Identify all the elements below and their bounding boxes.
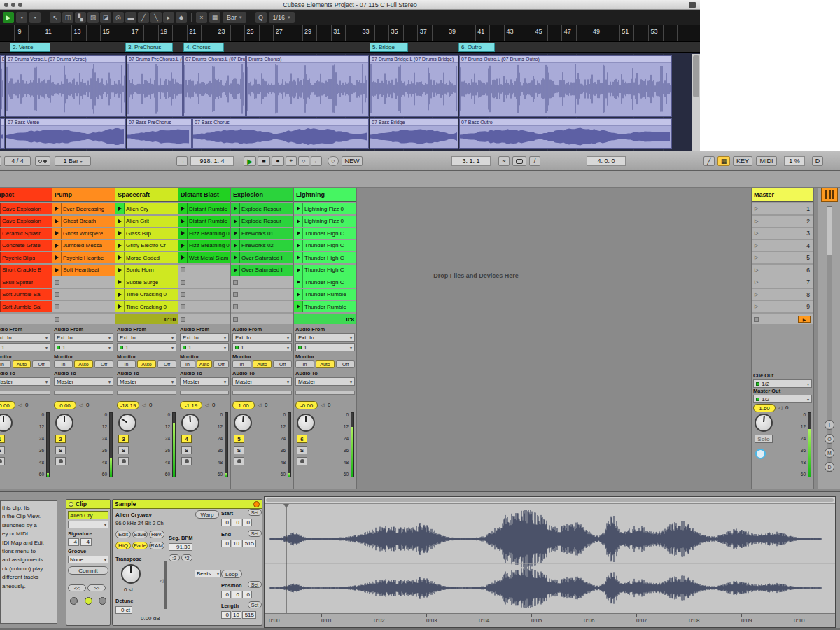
back-to-arrangement-button[interactable]: ▶ (798, 316, 811, 323)
monitor-off-button[interactable]: Off (214, 360, 229, 368)
clip-stop-button[interactable] (181, 317, 186, 322)
track-header[interactable]: Explosion (231, 188, 293, 202)
clip-slot[interactable]: Distant Rumble (178, 216, 230, 227)
empty-clip-slot[interactable] (52, 276, 115, 288)
audio-clip[interactable]: 07 Drums Bridge.L (07 Drums Bridge) (370, 55, 458, 117)
clip-play-button[interactable] (115, 289, 125, 300)
clip-play-button[interactable] (231, 240, 240, 251)
session-record-button[interactable]: ○ (328, 156, 339, 166)
key-map-button[interactable]: KEY (733, 156, 752, 166)
audio-clip[interactable]: 07 Bass Bridge (370, 118, 458, 149)
clip-slot[interactable]: Psychic Blips (0, 252, 52, 263)
scene-slot[interactable]: ▷1 (752, 203, 813, 214)
clip-slot[interactable]: Glass Blip (115, 227, 178, 239)
punch-out-button[interactable]: / (529, 156, 540, 166)
clip-slot[interactable]: Subtle Surge (115, 276, 178, 288)
scene-slot[interactable]: ▷7 (752, 276, 813, 288)
sample-waveform[interactable] (265, 504, 835, 615)
sample-save-button[interactable]: Save (132, 531, 148, 538)
audio-clip[interactable]: 07 Drums Chorus.L (07 Drums Chorus) (183, 55, 246, 117)
clip-play-button[interactable] (178, 216, 188, 227)
midi-map-button[interactable]: MIDI (756, 156, 777, 166)
output-dropdown[interactable]: Master▾ (117, 377, 176, 386)
length-value[interactable]: 10 (232, 611, 241, 619)
marker-chip[interactable]: 2. Verse (10, 43, 50, 52)
arrangement-position-display[interactable]: 918. 1. 4 (190, 156, 234, 166)
grid-type-dropdown[interactable]: Bar▾ (223, 12, 246, 23)
clip-play-button[interactable] (115, 301, 125, 312)
position-value[interactable]: 0 (232, 591, 241, 598)
launch-panel-toggle[interactable] (70, 597, 78, 605)
clip-slot[interactable]: Soft Jumble Sal (0, 301, 52, 312)
clip-play-button[interactable] (178, 227, 188, 239)
clip-play-button[interactable] (294, 289, 303, 300)
clip-slot[interactable]: Explode Resour (231, 203, 293, 214)
monitor-off-button[interactable]: Off (158, 360, 176, 368)
scrollbar-handle[interactable] (693, 55, 699, 97)
tool-play[interactable]: ▸ (163, 12, 174, 23)
clip-slot[interactable]: Explode Resour (231, 216, 293, 227)
commit-button[interactable]: Commit (68, 566, 108, 575)
clip-play-button[interactable] (52, 216, 62, 227)
tempo-field-cut[interactable] (0, 156, 1, 166)
audio-clip[interactable]: 07 Drums PreChorus.L (0 (127, 55, 183, 117)
scrollbar-handle[interactable] (827, 206, 832, 255)
audio-clip[interactable]: 07 Drums Outro.L (07 Drums Outro) (459, 55, 672, 117)
solo-button[interactable]: S (55, 446, 66, 454)
sample-rev-button[interactable]: Rev. (149, 531, 164, 538)
time-signature-field[interactable]: 4 / 4 (4, 156, 31, 166)
loop-start-display[interactable]: 3. 1. 1 (451, 156, 491, 166)
clip-slot[interactable]: Ghost Breath (52, 216, 115, 227)
input-type-dropdown[interactable]: Ext. In▾ (54, 333, 113, 342)
metronome-toggle[interactable] (35, 156, 50, 166)
clip-slot[interactable]: Ghost Whispere (52, 227, 115, 239)
output-dropdown[interactable]: Master▾ (54, 377, 113, 386)
transport-play-button[interactable]: ▶ (3, 12, 14, 23)
track-activator[interactable]: 6 (297, 435, 307, 443)
audio-clip[interactable] (0, 118, 5, 149)
clip-play-button[interactable] (231, 265, 240, 276)
length-value[interactable]: 515 (242, 611, 256, 619)
empty-clip-slot[interactable] (52, 289, 115, 300)
track-delay-field[interactable] (0, 391, 50, 395)
clip-stop-button[interactable] (55, 280, 59, 285)
nudge-forward-button[interactable]: >> (88, 584, 106, 592)
stop-button[interactable]: ■ (258, 156, 270, 166)
clip-slot[interactable]: Lightning Fizz 0 (294, 203, 356, 214)
volume-knob[interactable] (297, 414, 315, 432)
quantize-toggle[interactable]: Q (255, 12, 267, 23)
clip-play-button[interactable] (52, 227, 62, 239)
clip-slot[interactable]: Jumbled Messa (52, 240, 115, 251)
session-vertical-scrollbar[interactable] (827, 206, 832, 472)
tool-draw[interactable]: ╱ (138, 12, 149, 23)
nudge-back-button[interactable]: << (68, 584, 86, 592)
start-value[interactable]: 0 (232, 519, 241, 526)
clip-slot[interactable]: Thunder Rumble (294, 289, 356, 300)
output-dropdown[interactable]: Master▾ (0, 377, 50, 386)
monitor-in-button[interactable]: In (54, 360, 73, 368)
clip-play-button[interactable] (52, 252, 62, 263)
clip-play-button[interactable] (294, 265, 303, 276)
stop-all-clips-button[interactable] (754, 317, 759, 322)
output-dropdown[interactable]: Master▾ (295, 377, 355, 386)
clip-play-button[interactable] (115, 265, 125, 276)
input-type-dropdown[interactable]: Ext. In▾ (232, 333, 292, 342)
snap-grid-icon[interactable]: ▦ (209, 12, 220, 23)
clip-play-button[interactable] (178, 240, 188, 251)
clip-play-button[interactable] (294, 203, 303, 214)
clip-play-button[interactable] (178, 252, 188, 263)
empty-clip-slot[interactable] (231, 276, 293, 288)
marker-lane[interactable]: 2. Verse3. PreChorus4. Chorus5. Bridge6.… (0, 42, 700, 53)
mixer-section-toggle-o[interactable]: O (825, 434, 834, 444)
clip-stop-slot[interactable]: 0:10 (115, 314, 178, 324)
marker-chip[interactable]: 3. PreChorus (125, 43, 173, 52)
clip-color-dropdown[interactable]: ▾ (68, 521, 108, 528)
end-value[interactable]: 10 (232, 540, 241, 547)
clip-slot[interactable]: Fireworks 01 (231, 227, 293, 239)
clip-slot[interactable]: Cave Explosion (0, 203, 52, 214)
monitor-in-button[interactable]: In (232, 360, 251, 368)
empty-clip-slot[interactable] (178, 289, 230, 300)
input-type-dropdown[interactable]: Ext. In▾ (295, 333, 355, 342)
volume-knob[interactable] (0, 414, 13, 432)
clip-slot[interactable]: Distant Rumble (178, 203, 230, 214)
